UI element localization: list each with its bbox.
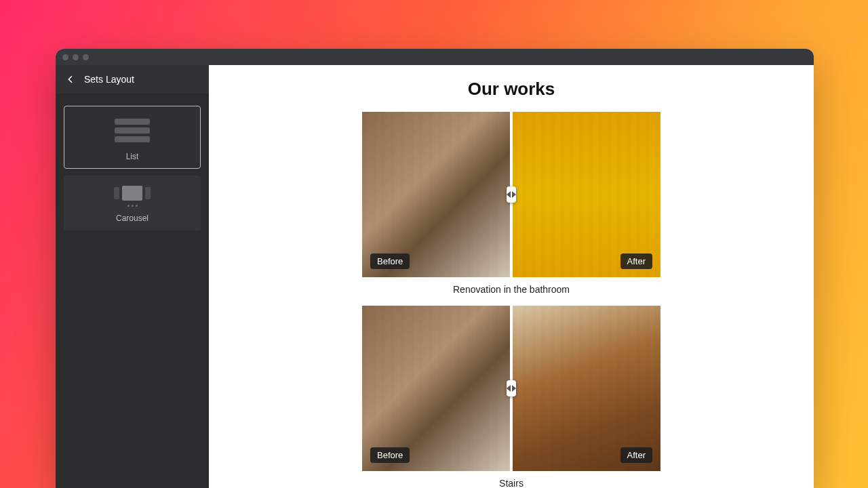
traffic-light-minimize[interactable] bbox=[73, 54, 79, 60]
page-title: Our works bbox=[468, 79, 555, 100]
sidebar-title: Sets Layout bbox=[84, 74, 134, 85]
slider-handle[interactable] bbox=[510, 306, 513, 471]
back-arrow-icon[interactable] bbox=[65, 74, 76, 85]
after-image bbox=[513, 306, 660, 471]
after-badge: After bbox=[620, 253, 652, 269]
titlebar bbox=[56, 49, 814, 65]
set-caption: Renovation in the bathroom bbox=[362, 284, 660, 295]
traffic-light-close[interactable] bbox=[62, 54, 68, 60]
before-badge: Before bbox=[370, 447, 410, 463]
preview-pane: Our works Before After Renovation i bbox=[209, 65, 814, 488]
slider-grip-icon bbox=[507, 186, 516, 203]
before-after-slider[interactable]: Before After bbox=[362, 306, 660, 471]
layout-option-label: Carousel bbox=[116, 214, 149, 223]
after-image bbox=[513, 112, 660, 277]
after-badge: After bbox=[620, 447, 652, 463]
app-window: Sets Layout List Carousel bbox=[56, 49, 814, 488]
list-layout-icon bbox=[115, 116, 150, 145]
traffic-light-zoom[interactable] bbox=[83, 54, 89, 60]
carousel-layout-icon bbox=[114, 186, 151, 207]
before-image bbox=[362, 306, 510, 471]
settings-sidebar: Sets Layout List Carousel bbox=[56, 65, 209, 488]
slider-handle[interactable] bbox=[510, 112, 513, 277]
before-badge: Before bbox=[370, 253, 410, 269]
layout-option-carousel[interactable]: Carousel bbox=[64, 176, 201, 230]
comparison-set: Before After Stairs bbox=[362, 306, 660, 488]
gradient-backdrop: Sets Layout List Carousel bbox=[0, 0, 868, 488]
layout-option-list[interactable]: List bbox=[64, 106, 201, 169]
set-caption: Stairs bbox=[362, 478, 660, 488]
comparison-set: Before After Renovation in the bathroom bbox=[362, 112, 660, 295]
before-after-slider[interactable]: Before After bbox=[362, 112, 660, 277]
layout-option-label: List bbox=[126, 152, 139, 161]
sidebar-header: Sets Layout bbox=[56, 65, 209, 94]
layout-options: List Carousel bbox=[56, 94, 209, 243]
before-image bbox=[362, 112, 510, 277]
slider-grip-icon bbox=[507, 380, 516, 396]
